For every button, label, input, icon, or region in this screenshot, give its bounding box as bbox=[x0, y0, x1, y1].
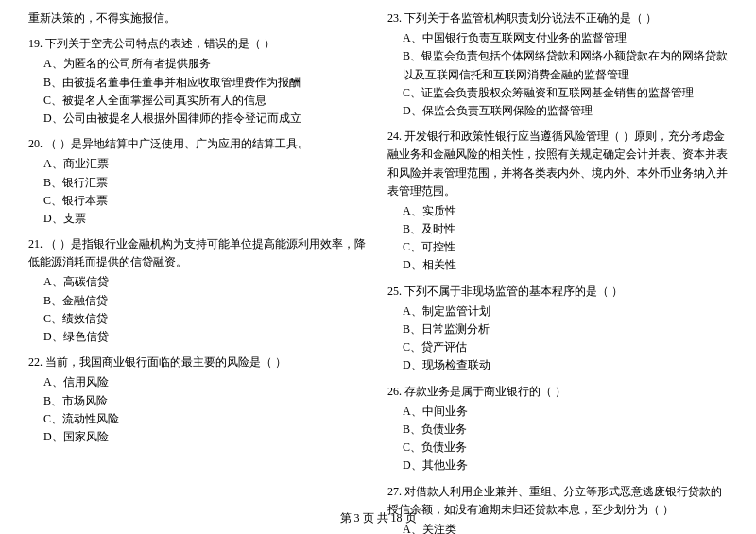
q21-option-c: C、绩效信贷 bbox=[28, 310, 369, 328]
q25-option-a: A、制定监管计划 bbox=[387, 302, 728, 320]
q22-option-a: A、信用风险 bbox=[28, 373, 369, 391]
question-26-title: 26. 存款业务是属于商业银行的（ ） bbox=[387, 383, 728, 401]
question-21: 21. （ ）是指银行业金融机构为支持可能单位提高能源利用效率，降低能源消耗而提… bbox=[28, 235, 369, 346]
q22-option-c: C、流动性风险 bbox=[28, 410, 369, 428]
question-21-title: 21. （ ）是指银行业金融机构为支持可能单位提高能源利用效率，降低能源消耗而提… bbox=[28, 235, 369, 271]
left-column: 重新决策的，不得实施报信。 19. 下列关于空壳公司特点的表述，错误的是（ ） … bbox=[28, 9, 369, 534]
q20-option-b: B、银行汇票 bbox=[28, 174, 369, 192]
q19-option-d: D、公司由被提名人根据外国律师的指令登记而成立 bbox=[28, 110, 369, 128]
q20-option-a: A、商业汇票 bbox=[28, 155, 369, 173]
question-25-title: 25. 下列不属于非现场监管的基本程序的是（ ） bbox=[387, 283, 728, 301]
q25-option-c: C、贷产评估 bbox=[387, 338, 728, 356]
q26-option-b: B、负债业务 bbox=[387, 421, 728, 439]
q26-option-d: D、其他业务 bbox=[387, 456, 728, 474]
q25-option-d: D、现场检查联动 bbox=[387, 356, 728, 374]
question-20: 20. （ ）是异地结算中广泛使用、广为应用的结算工具。 A、商业汇票 B、银行… bbox=[28, 135, 369, 228]
q21-option-d: D、绿色信贷 bbox=[28, 328, 369, 346]
question-23-title: 23. 下列关于各监管机构职责划分说法不正确的是（ ） bbox=[387, 9, 728, 27]
q22-option-b: B、市场风险 bbox=[28, 392, 369, 410]
q19-option-a: A、为匿名的公司所有者提供服务 bbox=[28, 55, 369, 73]
question-23: 23. 下列关于各监管机构职责划分说法不正确的是（ ） A、中国银行负责互联网支… bbox=[387, 9, 728, 120]
q25-option-b: B、日常监测分析 bbox=[387, 320, 728, 338]
q23-option-b: B、银监会负责包括个体网络贷款和网络小额贷款在内的网络贷款以及互联网信托和互联网… bbox=[387, 47, 728, 83]
question-25: 25. 下列不属于非现场监管的基本程序的是（ ） A、制定监管计划 B、日常监测… bbox=[387, 283, 728, 375]
question-20-title: 20. （ ）是异地结算中广泛使用、广为应用的结算工具。 bbox=[28, 135, 369, 153]
question-22-title: 22. 当前，我国商业银行面临的最主要的风险是（ ） bbox=[28, 353, 369, 371]
question-22: 22. 当前，我国商业银行面临的最主要的风险是（ ） A、信用风险 B、市场风险… bbox=[28, 353, 369, 446]
q24-option-b: B、及时性 bbox=[387, 220, 728, 238]
q23-option-c: C、证监会负责股权众筹融资和互联网基金销售的监督管理 bbox=[387, 84, 728, 102]
question-intro: 重新决策的，不得实施报信。 bbox=[28, 9, 369, 27]
q20-option-d: D、支票 bbox=[28, 210, 369, 228]
page-footer: 第 3 页 共 18 页 bbox=[0, 510, 756, 526]
question-24-title: 24. 开发银行和政策性银行应当遵循风险管理（ ）原则，充分考虑金融业务和金融风… bbox=[387, 128, 728, 200]
content-area: 重新决策的，不得实施报信。 19. 下列关于空壳公司特点的表述，错误的是（ ） … bbox=[28, 9, 728, 534]
right-column: 23. 下列关于各监管机构职责划分说法不正确的是（ ） A、中国银行负责互联网支… bbox=[387, 9, 728, 534]
question-19-title: 19. 下列关于空壳公司特点的表述，错误的是（ ） bbox=[28, 35, 369, 53]
question-24: 24. 开发银行和政策性银行应当遵循风险管理（ ）原则，充分考虑金融业务和金融风… bbox=[387, 128, 728, 275]
q26-option-a: A、中间业务 bbox=[387, 403, 728, 421]
q21-option-a: A、高碳信贷 bbox=[28, 273, 369, 291]
q23-option-d: D、保监会负责互联网保险的监督管理 bbox=[387, 102, 728, 120]
q24-option-c: C、可控性 bbox=[387, 238, 728, 256]
q23-option-a: A、中国银行负责互联网支付业务的监督管理 bbox=[387, 29, 728, 47]
q20-option-c: C、银行本票 bbox=[28, 192, 369, 210]
q19-option-b: B、由被提名董事任董事并相应收取管理费作为报酬 bbox=[28, 74, 369, 92]
q24-option-a: A、实质性 bbox=[387, 202, 728, 220]
q21-option-b: B、金融信贷 bbox=[28, 292, 369, 310]
page: 重新决策的，不得实施报信。 19. 下列关于空壳公司特点的表述，错误的是（ ） … bbox=[0, 0, 756, 534]
question-intro-title: 重新决策的，不得实施报信。 bbox=[28, 9, 369, 27]
q24-option-d: D、相关性 bbox=[387, 256, 728, 274]
question-19: 19. 下列关于空壳公司特点的表述，错误的是（ ） A、为匿名的公司所有者提供服… bbox=[28, 35, 369, 128]
question-26: 26. 存款业务是属于商业银行的（ ） A、中间业务 B、负债业务 C、负债业务… bbox=[387, 383, 728, 475]
q26-option-c: C、负债业务 bbox=[387, 439, 728, 456]
q19-option-c: C、被提名人全面掌握公司真实所有人的信息 bbox=[28, 92, 369, 110]
q22-option-d: D、国家风险 bbox=[28, 428, 369, 446]
